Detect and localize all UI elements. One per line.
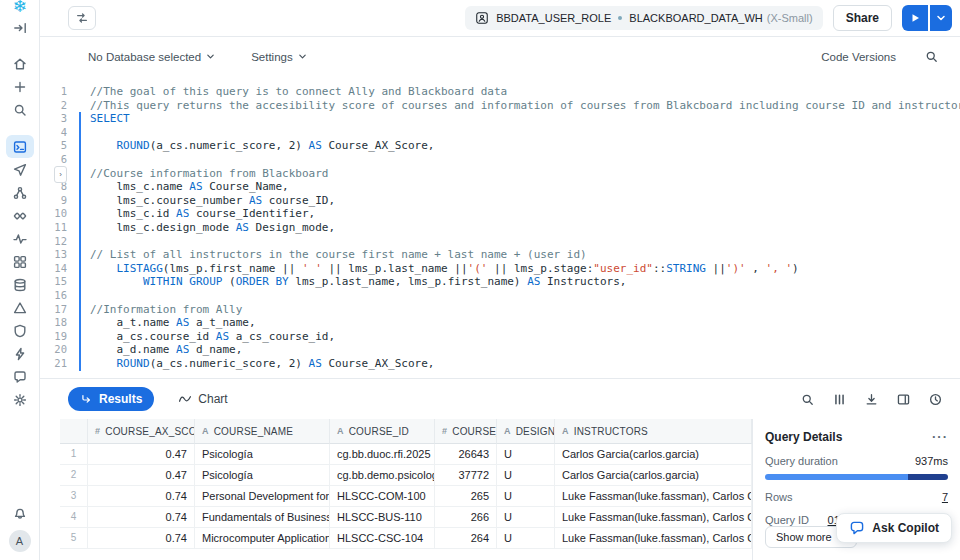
rows-count-link[interactable]: 7	[942, 491, 948, 503]
table-cell[interactable]: HLSCC-CSC-104	[330, 528, 435, 549]
collapse-sidebar-button[interactable]	[6, 16, 34, 39]
table-cell[interactable]: Carlos Garcia(carlos.garcia)	[555, 444, 752, 465]
table-cell[interactable]: Carlos Garcia(carlos.garcia)	[555, 465, 752, 486]
table-cell[interactable]: 0.74	[88, 528, 195, 549]
settings-dropdown[interactable]: Settings	[251, 51, 307, 63]
tab-chart[interactable]: Chart	[178, 392, 227, 406]
sidebar-item-stages[interactable]	[6, 296, 34, 319]
text-type-icon: A	[504, 426, 511, 436]
code-line: //Information from Ally	[90, 303, 960, 317]
code-line: //Course information from Blackboard	[90, 167, 960, 181]
sidebar-item-transformations[interactable]	[6, 204, 34, 227]
sidebar-item-home[interactable]	[6, 52, 34, 75]
sidebar-item-data[interactable]	[6, 273, 34, 296]
code-versions-button[interactable]: Code Versions	[821, 51, 896, 63]
row-number: 1	[60, 444, 88, 465]
table-cell[interactable]: 0.47	[88, 465, 195, 486]
table-cell[interactable]: U	[497, 444, 555, 465]
table-cell[interactable]: 37772	[435, 465, 497, 486]
table-cell[interactable]: Luke Fassman(luke.fassman), Carlos Garci…	[555, 507, 752, 528]
column-header-course_name[interactable]: ACOURSE_NAME	[195, 419, 330, 444]
table-cell[interactable]: U	[497, 507, 555, 528]
editor-search-button[interactable]	[920, 46, 942, 68]
split-panel-button[interactable]	[892, 388, 914, 410]
settings-label: Settings	[251, 51, 293, 63]
row-number-header	[60, 419, 88, 444]
table-cell[interactable]: U	[497, 465, 555, 486]
line-number: 13	[40, 248, 76, 262]
results-body: #COURSE_AX_SCORACOURSE_NAMEACOURSE_ID#CO…	[40, 419, 960, 560]
sidebar-item-pipelines[interactable]	[6, 181, 34, 204]
table-cell[interactable]: 0.74	[88, 486, 195, 507]
worksheet-tabs-button[interactable]	[68, 6, 96, 30]
table-cell[interactable]: 265	[435, 486, 497, 507]
pipelines-icon	[12, 185, 28, 201]
context-selector[interactable]: BBDATA_USER_ROLE BLACKBOARD_DATA_WH (X-S…	[465, 6, 822, 30]
table-cell[interactable]: 26643	[435, 444, 497, 465]
line-number: 17	[40, 303, 76, 317]
table-cell[interactable]: Luke Fassman(luke.fassman), Carlos Garci…	[555, 528, 752, 549]
results-panel: Results Chart #COURSE_AX_SCORACOURSE_NAM…	[40, 378, 960, 560]
column-header-course_i[interactable]: #COURSE_I	[435, 419, 497, 444]
column-header-instructors[interactable]: AINSTRUCTORS	[555, 419, 752, 444]
table-cell[interactable]: Personal Development for Col	[195, 486, 330, 507]
table-cell[interactable]: 264	[435, 528, 497, 549]
database-selector[interactable]: No Database selected	[88, 51, 215, 63]
create-icon	[12, 79, 28, 95]
sidebar-item-marketplace[interactable]	[6, 342, 34, 365]
sidebar-item-streamlit[interactable]	[6, 158, 34, 181]
table-cell[interactable]: Fundamentals of Business	[195, 507, 330, 528]
sidebar-item-search[interactable]	[6, 98, 34, 121]
table-cell[interactable]: Luke Fassman(luke.fassman), Carlos Garci…	[555, 486, 752, 507]
share-button[interactable]: Share	[833, 5, 892, 31]
sidebar-item-worksheets[interactable]	[6, 135, 34, 158]
show-more-label: Show more	[776, 531, 832, 543]
code-line	[90, 235, 960, 249]
sql-editor[interactable]: 123456789101112131415161718192021 //The …	[40, 76, 960, 378]
number-type-icon: #	[95, 426, 100, 436]
history-button[interactable]	[924, 388, 946, 410]
column-header-course_id[interactable]: ACOURSE_ID	[330, 419, 435, 444]
line-number: 1	[40, 85, 76, 99]
sidebar-item-create[interactable]	[6, 75, 34, 98]
sidebar-item-admin[interactable]	[6, 388, 34, 411]
sidebar-item-dashboards[interactable]	[6, 250, 34, 273]
table-cell[interactable]: cg.bb.duoc.rfi.2025	[330, 444, 435, 465]
run-options-button[interactable]	[930, 5, 952, 31]
column-header-design_[interactable]: ADESIGN_	[497, 419, 555, 444]
search-results-button[interactable]	[796, 388, 818, 410]
worksheets-icon	[12, 139, 28, 155]
details-menu-icon[interactable]: ···	[932, 429, 948, 444]
results-tab-label: Results	[99, 392, 142, 406]
search-icon	[924, 49, 939, 64]
database-selector-label: No Database selected	[88, 51, 201, 63]
role-icon	[475, 11, 489, 25]
expand-panel-button[interactable]: ›	[54, 166, 67, 183]
row-number: 5	[60, 528, 88, 549]
table-cell[interactable]: Microcomputer Applications	[195, 528, 330, 549]
run-button[interactable]	[902, 5, 928, 31]
table-cell[interactable]: HLSCC-COM-100	[330, 486, 435, 507]
table-cell[interactable]: HLSCC-BUS-110	[330, 507, 435, 528]
table-cell[interactable]: Psicología	[195, 465, 330, 486]
table-cell[interactable]: 266	[435, 507, 497, 528]
table-cell[interactable]: U	[497, 486, 555, 507]
columns-button[interactable]	[828, 388, 850, 410]
worksheet-toolbar: No Database selected Settings Code Versi…	[40, 37, 960, 76]
tab-results[interactable]: Results	[68, 387, 154, 411]
column-header-course_ax_scor[interactable]: #COURSE_AX_SCOR	[88, 419, 195, 444]
notifications-button[interactable]	[6, 501, 34, 524]
table-cell[interactable]: U	[497, 528, 555, 549]
table-cell[interactable]: 0.74	[88, 507, 195, 528]
sidebar-item-activity[interactable]	[6, 227, 34, 250]
sidebar-item-copilot[interactable]	[6, 365, 34, 388]
table-cell[interactable]: cg.bb.demo.psicologia	[330, 465, 435, 486]
sidebar-nav-top	[6, 52, 34, 121]
user-avatar[interactable]: A	[9, 530, 31, 552]
table-cell[interactable]: Psicología	[195, 444, 330, 465]
download-button[interactable]	[860, 388, 882, 410]
sidebar-item-governance[interactable]	[6, 319, 34, 342]
line-numbers: 123456789101112131415161718192021	[40, 76, 76, 378]
ask-copilot-button[interactable]: Ask Copilot	[836, 513, 952, 543]
table-cell[interactable]: 0.47	[88, 444, 195, 465]
